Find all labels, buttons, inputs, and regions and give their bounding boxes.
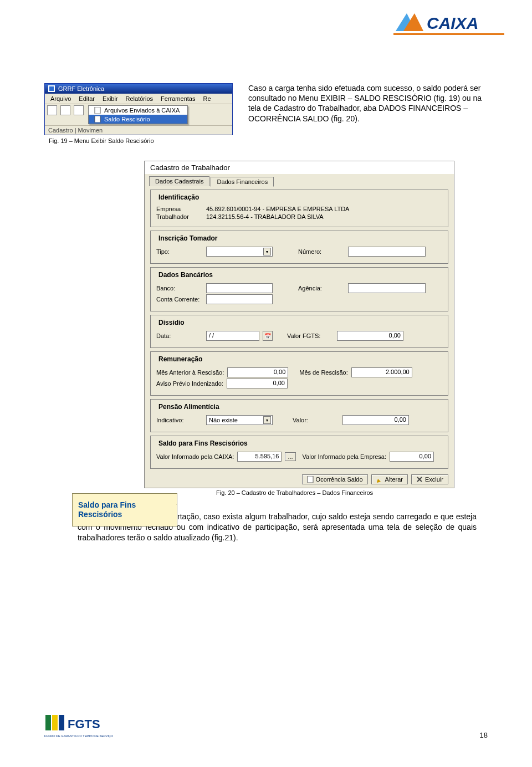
submenu-item-arquivos-enviados[interactable]: Arquivos Enviados à CAIXA	[89, 106, 187, 115]
window-title: GRRF Eletrônica	[58, 85, 104, 92]
menubar[interactable]: Arquivo Editar Exibir Relatórios Ferrame…	[45, 94, 232, 104]
button-label: Alterar	[385, 476, 403, 483]
screenshot-menu-exibir: GRRF Eletrônica Arquivo Editar Exibir Re…	[44, 83, 233, 135]
label-valor-caixa: Valor Informado pela CAIXA:	[156, 453, 234, 460]
fieldset-saldo-rescisorio: Saldo para Fins Rescisórios Valor Inform…	[150, 436, 448, 469]
fieldset-remuneracao: Remuneração Mês Anterior à Rescisão: 0,0…	[150, 351, 448, 396]
submenu-item-saldo-rescisorio[interactable]: Saldo Rescisório	[89, 115, 187, 124]
select-tipo[interactable]: ▾	[206, 247, 273, 257]
fieldset-pensao: Pensão Alimentícia Indicativo: Não exist…	[150, 399, 448, 432]
input-agencia[interactable]	[348, 283, 426, 293]
chevron-down-icon: ▾	[263, 248, 271, 255]
page-number: 18	[480, 731, 488, 739]
input-valor-caixa[interactable]: 5.595,16	[237, 452, 282, 462]
input-mes-anterior[interactable]: 0,00	[227, 367, 288, 377]
input-valor-pensao[interactable]: 0,00	[342, 415, 409, 425]
caixa-logo-text: CAIXA	[427, 14, 478, 32]
fieldset-tomador: Inscrição Tomador Tipo: ▾ Número:	[150, 231, 448, 264]
chevron-down-icon: ▾	[263, 416, 271, 424]
titlebar: GRRF Eletrônica	[45, 84, 232, 94]
screenshot-cadastro-trabalhador: Cadastro de Trabalhador Dados Cadastrais…	[144, 161, 454, 488]
label-mes-rescisao: Mês de Rescisão:	[299, 369, 347, 376]
legend-pensao: Pensão Alimentícia	[156, 403, 222, 411]
label-banco: Banco:	[156, 285, 203, 292]
menu-re[interactable]: Re	[200, 95, 214, 103]
tab-dados-cadastrais[interactable]: Dados Cadastrais	[149, 176, 209, 186]
label-indicativo: Indicativo:	[156, 417, 203, 423]
calendar-icon[interactable]: 📅	[263, 331, 273, 341]
button-label: Excluir	[425, 476, 443, 483]
callout-saldo-fins-rescisorios: Saldo para Fins Rescisórios	[72, 493, 177, 526]
label-conta: Conta Corrente:	[156, 296, 203, 303]
button-ocorrencia-saldo[interactable]: Ocorrência Saldo	[302, 474, 368, 484]
button-more-caixa[interactable]: ...	[285, 452, 295, 461]
input-banco[interactable]	[206, 283, 273, 293]
menu-editar[interactable]: Editar	[75, 95, 98, 103]
submenu-item-label: Saldo Rescisório	[104, 116, 150, 122]
caixa-logo: CAIXA	[393, 9, 504, 35]
button-label: Ocorrência Saldo	[316, 476, 363, 483]
label-mes-anterior: Mês Anterior à Rescisão:	[156, 369, 224, 376]
submenu-item-label: Arquivos Enviados à CAIXA	[104, 107, 180, 114]
input-aviso-previo[interactable]: 0,00	[227, 379, 288, 388]
status-line: Cadastro | Movimen	[45, 126, 232, 135]
legend-identificacao: Identificação	[156, 193, 201, 201]
input-valor-fgts[interactable]: 0,00	[337, 331, 403, 341]
toolbar-icon-1[interactable]	[47, 105, 57, 115]
select-indicativo-value: Não existe	[209, 417, 238, 423]
fgts-subtitle: FUNDO DE GARANTIA DO TEMPO DE SERVIÇO	[44, 734, 114, 738]
input-mes-rescisao[interactable]: 2.000,00	[351, 367, 412, 377]
callout-connector	[176, 504, 282, 505]
svg-rect-6	[308, 476, 313, 483]
value-empresa: 45.892.601/0001-94 - EMPRESA E EMPRESA L…	[206, 206, 349, 212]
svg-rect-2	[393, 33, 504, 35]
tab-dados-financeiros[interactable]: Dados Financeiros	[211, 177, 274, 187]
label-tipo: Tipo:	[156, 248, 203, 255]
label-data: Data:	[156, 333, 203, 339]
app-icon	[48, 85, 55, 92]
label-numero: Número:	[298, 248, 345, 255]
edit-icon	[376, 476, 383, 483]
label-valor-pensao: Valor:	[293, 417, 339, 423]
toolbar: Arquivos Enviados à CAIXA Saldo Rescisór…	[45, 104, 232, 126]
doc-icon	[307, 476, 314, 483]
fieldset-dissidio: Dissídio Data: / / 📅 Valor FGTS: 0,00	[150, 315, 448, 348]
input-valor-empresa[interactable]: 0,00	[390, 452, 434, 462]
toolbar-icon-2[interactable]	[60, 105, 70, 115]
menu-relatorios[interactable]: Relatórios	[122, 95, 157, 103]
label-valor-fgts: Valor FGTS:	[287, 333, 334, 339]
doc-icon	[94, 107, 101, 114]
input-conta[interactable]	[206, 294, 273, 304]
select-indicativo[interactable]: Não existe ▾	[206, 415, 273, 425]
submenu-exibir: Arquivos Enviados à CAIXA Saldo Rescisór…	[88, 105, 188, 124]
svg-rect-9	[52, 715, 58, 730]
tabs: Dados Cadastrais Dados Financeiros	[145, 174, 454, 186]
caption-fig19: Fig. 19 – Menu Exibir Saldo Rescisório	[49, 137, 233, 144]
button-alterar[interactable]: Alterar	[371, 474, 408, 484]
svg-rect-4	[95, 107, 100, 114]
fieldset-identificacao: Identificação Empresa 45.892.601/0001-94…	[150, 190, 448, 227]
toolbar-icon-3[interactable]	[74, 105, 84, 115]
svg-rect-10	[59, 715, 64, 730]
doc-icon	[94, 116, 101, 122]
window-title-2: Cadastro de Trabalhador	[145, 161, 454, 174]
fgts-logo: FGTS FUNDO DE GARANTIA DO TEMPO DE SERVI…	[44, 712, 127, 739]
close-icon	[416, 476, 423, 483]
svg-rect-8	[45, 715, 51, 730]
input-data[interactable]: / /	[206, 331, 259, 341]
legend-bancarios: Dados Bancários	[156, 271, 215, 279]
paragraph-1: Caso a carga tenha sido efetuada com suc…	[248, 83, 488, 124]
button-row: Ocorrência Saldo Alterar Excluir	[145, 472, 454, 484]
label-aviso-previo: Aviso Prévio Indenizado:	[156, 380, 223, 387]
value-trabalhador: 124.32115.56-4 - TRABALADOR DA SILVA	[206, 213, 324, 220]
legend-dissidio: Dissídio	[156, 319, 187, 326]
label-trabalhador: Trabalhador	[156, 213, 203, 220]
fgts-text: FGTS	[68, 717, 100, 731]
menu-exibir[interactable]: Exibir	[99, 95, 121, 103]
button-excluir[interactable]: Excluir	[411, 474, 448, 484]
legend-saldo: Saldo para Fins Rescisórios	[156, 439, 250, 447]
menu-ferramentas[interactable]: Ferramentas	[157, 95, 198, 103]
input-numero[interactable]	[348, 247, 426, 257]
menu-arquivo[interactable]: Arquivo	[47, 95, 74, 103]
label-agencia: Agência:	[298, 285, 345, 292]
